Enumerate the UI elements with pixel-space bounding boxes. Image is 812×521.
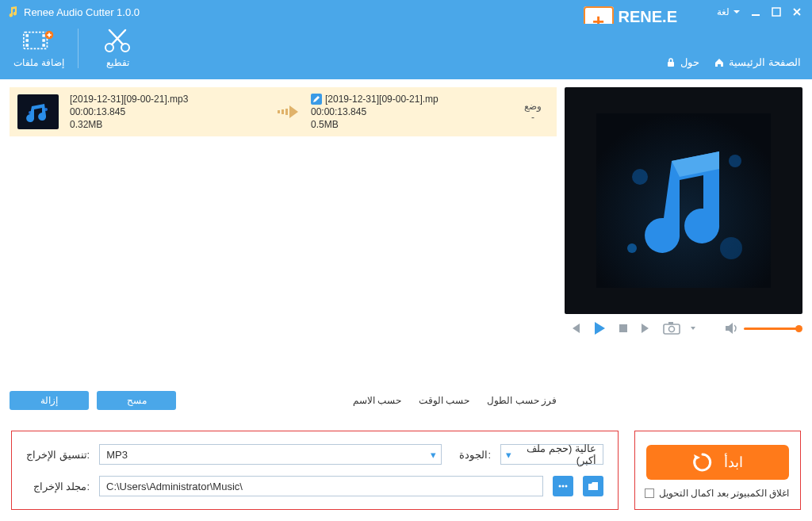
toolbar: إضافة ملفات تقطيع حول الصفحة الرئيسية	[0, 24, 812, 79]
home-link[interactable]: الصفحة الرئيسية	[714, 56, 801, 68]
svg-rect-23	[619, 324, 627, 332]
home-icon	[714, 57, 725, 68]
window-title: Renee Audio Cutter 1.0.0	[24, 6, 140, 18]
output-size: 0.5MB	[311, 119, 506, 130]
output-filename: [2019-12-31][09-00-21].mp	[325, 94, 439, 105]
cut-button[interactable]: تقطيع	[90, 27, 145, 68]
next-button[interactable]	[639, 321, 653, 335]
svg-rect-12	[668, 62, 674, 67]
add-files-button[interactable]: إضافة ملفات	[11, 27, 67, 68]
close-button[interactable]	[787, 3, 807, 21]
play-button[interactable]	[592, 320, 607, 336]
stop-button[interactable]	[617, 322, 630, 335]
more-path-button[interactable]	[553, 476, 573, 496]
browse-folder-button[interactable]	[583, 476, 603, 496]
about-link[interactable]: حول	[665, 56, 699, 68]
app-icon	[6, 6, 19, 18]
clear-button[interactable]: مسح	[97, 391, 176, 410]
prev-button[interactable]	[568, 321, 582, 335]
quality-label: :الجودة	[451, 449, 491, 461]
lock-icon	[665, 57, 676, 68]
remove-button[interactable]: إزالة	[10, 391, 89, 410]
language-selector[interactable]: لغة	[717, 6, 741, 17]
svg-point-29	[565, 485, 568, 488]
snapshot-button[interactable]	[663, 321, 680, 335]
svg-rect-6	[42, 34, 44, 36]
scissors-icon	[102, 27, 133, 54]
svg-rect-18	[596, 113, 771, 288]
chevron-down-icon: ▾	[431, 449, 436, 461]
start-box: ابدأ اغلاق الكمبيوتر بعد اكمال التحويل	[634, 431, 801, 510]
input-filename: [2019-12-31][09-00-21].mp3	[70, 94, 265, 105]
output-duration: 00:00:13.845	[311, 106, 506, 117]
output-folder-input[interactable]: C:\Users\Administrator\Music\	[99, 476, 543, 496]
sort-by-time[interactable]: حسب الوقت	[419, 395, 469, 406]
file-row[interactable]: [2019-12-31][09-00-21].mp3 00:00:13.845 …	[10, 87, 557, 136]
arrow-right-icon	[276, 102, 300, 121]
maximize-button[interactable]	[766, 3, 787, 21]
music-preview-icon	[596, 113, 771, 288]
titlebar: Renee Audio Cutter 1.0.0 + RENE.E Labora…	[0, 0, 812, 24]
minimize-button[interactable]	[745, 3, 766, 21]
svg-point-21	[720, 237, 742, 259]
svg-rect-15	[278, 110, 280, 113]
shutdown-label: اغلاق الكمبيوتر بعد اكمال التحويل	[659, 488, 789, 499]
app-window: Renee Audio Cutter 1.0.0 + RENE.E Labora…	[0, 0, 812, 521]
sort-by-name[interactable]: حسب الاسم	[353, 395, 401, 406]
main-area: [2019-12-31][09-00-21].mp3 00:00:13.845 …	[0, 79, 812, 423]
sort-by-length[interactable]: فرز حسب الطول	[487, 395, 557, 406]
svg-rect-0	[752, 14, 760, 16]
quality-select[interactable]: عالية (حجم ملف أكبر) ▾	[500, 444, 603, 465]
svg-rect-3	[25, 34, 28, 36]
volume-slider[interactable]	[744, 328, 799, 330]
svg-point-19	[632, 169, 648, 185]
start-button[interactable]: ابدأ	[646, 445, 789, 480]
format-label: :تنسيق الإخراج	[26, 449, 90, 461]
svg-point-28	[562, 485, 565, 488]
edit-name-icon[interactable]	[311, 94, 322, 105]
svg-rect-1	[772, 8, 780, 16]
chevron-down-icon[interactable]	[690, 325, 696, 331]
list-footer: إزالة مسح حسب الاسم حسب الوقت فرز حسب ال…	[10, 386, 557, 418]
svg-rect-7	[42, 39, 44, 41]
bottom-panel: :تنسيق الإخراج MP3 ▾ :الجودة عالية (حجم …	[0, 423, 812, 521]
filmstrip-add-icon	[23, 27, 55, 54]
svg-point-27	[559, 485, 561, 488]
svg-point-20	[729, 155, 741, 167]
output-settings: :تنسيق الإخراج MP3 ▾ :الجودة عالية (حجم …	[11, 431, 619, 510]
file-list[interactable]: [2019-12-31][09-00-21].mp3 00:00:13.845 …	[10, 87, 557, 386]
volume-icon[interactable]	[725, 322, 739, 335]
svg-rect-5	[25, 44, 28, 46]
svg-rect-17	[285, 109, 288, 115]
svg-point-25	[669, 327, 675, 332]
preview-panel	[565, 87, 802, 314]
file-thumbnail	[17, 94, 59, 129]
refresh-icon	[692, 452, 713, 473]
folder-label: :مجلد الإخراج	[26, 481, 90, 492]
svg-rect-16	[282, 109, 284, 114]
svg-rect-8	[42, 44, 44, 46]
input-size: 0.32MB	[70, 119, 265, 130]
status-header: وضع	[517, 101, 549, 112]
svg-rect-4	[25, 39, 28, 41]
chevron-down-icon: ▾	[506, 449, 511, 461]
svg-rect-26	[668, 322, 673, 324]
format-select[interactable]: MP3 ▾	[99, 444, 442, 465]
status-value: -	[517, 112, 549, 123]
toolbar-separator	[78, 29, 79, 68]
media-controls	[565, 314, 802, 336]
shutdown-checkbox[interactable]	[645, 488, 654, 498]
input-duration: 00:00:13.845	[70, 106, 265, 117]
svg-point-22	[627, 243, 637, 253]
